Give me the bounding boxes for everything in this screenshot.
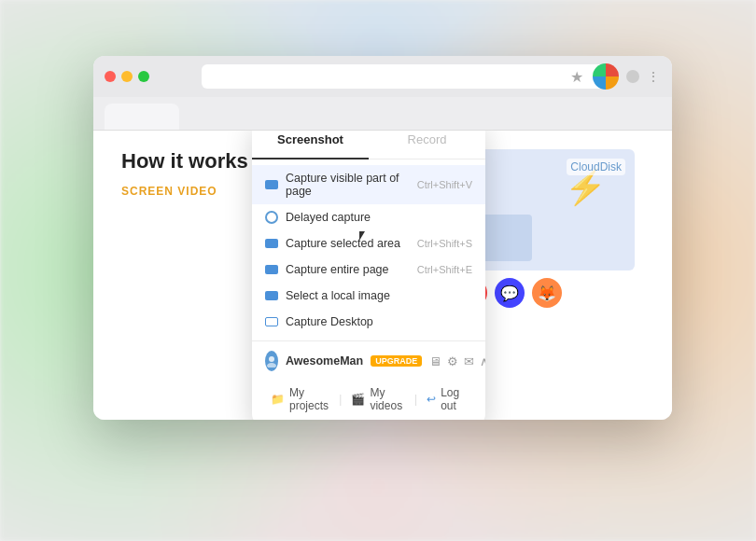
dropdown-popup: Screenshot Record Capture visible part o… (252, 131, 485, 420)
capture-selected-icon (265, 239, 278, 248)
browser-tabs-bar (93, 97, 672, 131)
logout-icon: ↩ (427, 393, 436, 406)
maximize-button[interactable] (138, 71, 149, 82)
my-videos-link[interactable]: 🎬 My videos (345, 384, 411, 414)
close-button[interactable] (105, 71, 116, 82)
page-right: ⚡ CloudDisk 🎯 💬 🦊 (457, 149, 644, 308)
menu-item-capture-entire[interactable]: Capture entire page Ctrl+Shift+E (252, 257, 485, 283)
my-projects-link[interactable]: 📁 My projects (265, 384, 335, 414)
videos-icon: 🎬 (351, 393, 365, 406)
icon-blue: 💬 (495, 278, 525, 308)
extension-icon[interactable] (593, 63, 619, 90)
browser-tab[interactable] (105, 104, 179, 130)
svg-point-0 (269, 356, 274, 362)
extensions-area: ★ ⋮ (568, 63, 661, 90)
tab-record[interactable]: Record (369, 131, 485, 159)
capture-selected-shortcut: Ctrl+Shift+S (417, 238, 472, 249)
chevron-up-icon[interactable]: ∧ (480, 354, 485, 368)
browser-window: ★ ⋮ How it works SCREEN VIDEO ⚡ CloudDis… (93, 56, 672, 420)
logout-label: Log out (441, 386, 467, 412)
dropdown-actions: 📁 My projects | 🎬 My videos | ↩ Log out (252, 377, 485, 420)
projects-icon: 📁 (271, 393, 285, 406)
monitor-icon[interactable]: 🖥 (429, 354, 441, 368)
user-name: AwesomeMan (286, 354, 363, 368)
mail-icon[interactable]: ✉ (464, 354, 474, 368)
delayed-capture-label: Delayed capture (286, 211, 465, 224)
local-image-icon (265, 291, 278, 300)
browser-titlebar: ★ ⋮ (93, 56, 672, 97)
my-projects-label: My projects (289, 386, 329, 412)
bookmark-icon[interactable]: ★ (568, 68, 585, 85)
icons-row: 🎯 💬 🦊 (457, 278, 644, 308)
local-image-label: Select a local image (286, 289, 465, 302)
menu-item-capture-visible[interactable]: Capture visible part of page Ctrl+Shift+… (252, 165, 485, 204)
menu-item-capture-desktop[interactable]: Capture Desktop (252, 309, 485, 335)
address-bar[interactable] (202, 64, 614, 89)
more-menu-icon[interactable]: ⋮ (647, 69, 661, 84)
capture-desktop-label: Capture Desktop (286, 315, 465, 328)
tab-screenshot[interactable]: Screenshot (252, 131, 369, 160)
icon-orange: 🦊 (532, 278, 562, 308)
separator-2: | (414, 393, 417, 406)
menu-item-local-image[interactable]: Select a local image (252, 283, 485, 309)
capture-visible-shortcut: Ctrl+Shift+V (417, 179, 472, 190)
delayed-capture-icon (265, 211, 278, 224)
capture-entire-shortcut: Ctrl+Shift+E (417, 264, 472, 275)
dropdown-menu: Capture visible part of page Ctrl+Shift+… (252, 160, 485, 340)
cloud-label: CloudDisk (567, 159, 625, 175)
separator-1: | (339, 393, 342, 406)
capture-entire-icon (265, 265, 278, 274)
capture-entire-label: Capture entire page (286, 263, 410, 276)
dropdown-user-section: AwesomeMan upgrade 🖥 ⚙ ✉ ∧ (252, 340, 485, 377)
browser-content: How it works SCREEN VIDEO ⚡ CloudDisk 🎯 … (93, 131, 672, 420)
menu-item-delayed-capture[interactable]: Delayed capture (252, 204, 485, 230)
my-videos-label: My videos (370, 386, 405, 412)
user-icons: 🖥 ⚙ ✉ ∧ (429, 354, 485, 368)
capture-visible-label: Capture visible part of page (286, 172, 410, 198)
capture-selected-label: Capture selected area (286, 237, 410, 250)
user-avatar (265, 351, 278, 371)
ext-dot-icon[interactable] (626, 70, 639, 83)
upgrade-badge[interactable]: upgrade (371, 355, 422, 367)
logout-link[interactable]: ↩ Log out (421, 384, 472, 414)
dropdown-tabs: Screenshot Record (252, 131, 485, 160)
capture-desktop-icon (265, 317, 278, 326)
capture-visible-icon (265, 180, 278, 189)
minimize-button[interactable] (121, 71, 133, 82)
svg-point-1 (267, 363, 276, 368)
settings-icon[interactable]: ⚙ (447, 354, 458, 368)
menu-item-capture-selected[interactable]: Capture selected area Ctrl+Shift+S (252, 230, 485, 257)
